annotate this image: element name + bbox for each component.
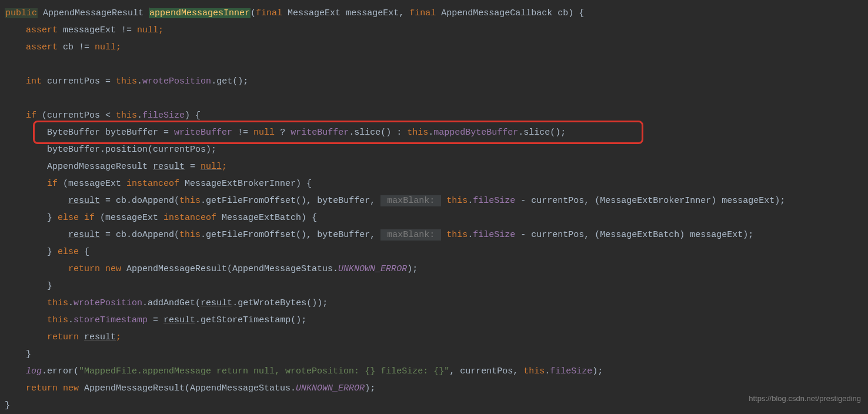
code-line: } else if (messageExt instanceof Message… (5, 213, 317, 223)
method-name: appendMessagesInner (149, 8, 251, 18)
code-line: byteBuffer.position(currentPos); (5, 145, 216, 155)
code-line: } else { (5, 247, 89, 257)
code-line: AppendMessageResult result = null; (5, 162, 227, 172)
code-line: result = cb.doAppend(this.getFileFromOff… (5, 195, 785, 206)
code-line: result = cb.doAppend(this.getFileFromOff… (5, 229, 753, 241)
code-line: return new AppendMessageResult(AppendMes… (5, 383, 375, 393)
code-line: ByteBuffer byteBuffer = writeBuffer != n… (5, 128, 566, 138)
code-line: this.wrotePosition.addAndGet(result.getW… (5, 298, 328, 308)
code-line: } (5, 400, 10, 410)
code-editor[interactable]: public AppendMessageResult appendMessage… (5, 5, 868, 414)
param-hint: maxBlank: (380, 229, 441, 241)
code-line: return new AppendMessageResult(AppendMes… (5, 264, 418, 274)
code-line: return result; (5, 332, 121, 342)
watermark-text: https://blog.csdn.net/prestigeding (749, 390, 861, 407)
code-line: int currentPos = this.wrotePosition.get(… (5, 76, 248, 86)
code-line: if (currentPos < this.fileSize) { (5, 111, 201, 121)
code-line: log.error("MappedFile.appendMessage retu… (5, 366, 603, 376)
code-line: this.storeTimestamp = result.getStoreTim… (5, 315, 306, 325)
keyword-public: public (5, 8, 38, 18)
code-line: assert messageExt != null; (5, 25, 163, 35)
code-line: if (messageExt instanceof MessageExtBrok… (5, 179, 312, 189)
code-line: public AppendMessageResult appendMessage… (5, 8, 584, 18)
param-hint: maxBlank: (380, 195, 441, 206)
code-line: } (5, 281, 52, 291)
code-line: } (5, 349, 31, 359)
code-line: assert cb != null; (5, 42, 121, 52)
